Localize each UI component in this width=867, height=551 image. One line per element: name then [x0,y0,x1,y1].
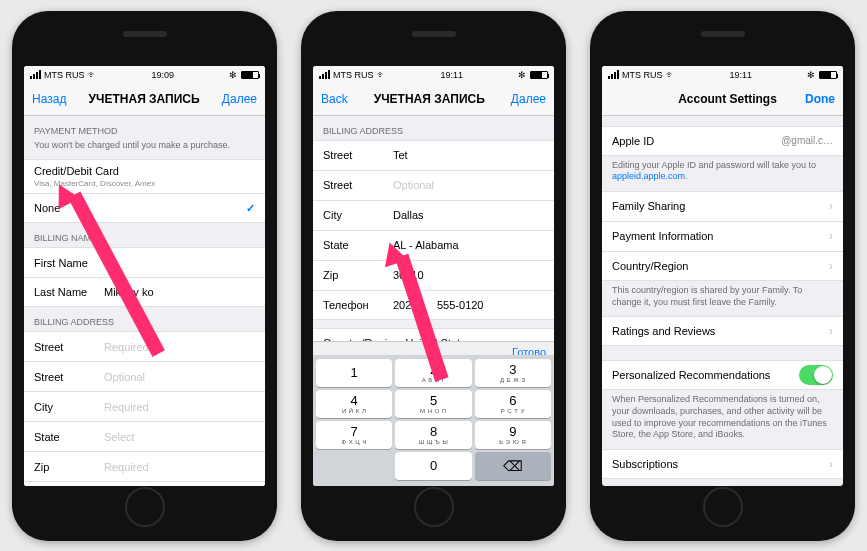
street-row[interactable]: Street Tet [313,140,554,170]
state-field[interactable]: Select [104,431,255,443]
wifi-icon: ᯤ [88,70,97,80]
street2-row[interactable]: Street Optional [313,170,554,200]
state-row[interactable]: State AL - Alabama [313,230,554,260]
chevron-right-icon: › [829,324,833,338]
next-button[interactable]: Далее [222,92,257,106]
city-field[interactable]: Dallas [393,209,544,221]
phone-area-field[interactable]: 202 [393,299,429,311]
key-2[interactable]: 2А Б В Г [395,359,471,387]
chevron-right-icon: › [829,199,833,213]
nav-title: УЧЕТНАЯ ЗАПИСЬ [89,92,200,106]
zip-field[interactable]: Required [104,461,255,473]
personalized-recommendations-row[interactable]: Personalized Recommendations [602,360,843,390]
street2-field[interactable]: Optional [393,179,544,191]
zip-row[interactable]: Zip 36310 [313,260,554,290]
ratings-reviews-row[interactable]: Ratings and Reviews › [602,316,843,346]
last-name-row[interactable]: Last Name Mikhay ko [24,277,265,307]
carrier-label: MTS RUS [622,70,663,80]
clock-label: 19:09 [151,70,174,80]
billing-address-header: BILLING ADDRESS [24,307,265,331]
phone-row[interactable]: Телефон 202 555-0120 [313,290,554,320]
clock-label: 19:11 [729,70,752,80]
apple-id-value: @gmail.c… [781,135,833,146]
phone-frame-1: MTS RUS ᯤ 19:09 ✻ Назад УЧЕТНАЯ ЗАПИСЬ Д… [12,11,277,541]
next-button[interactable]: Далее [511,92,546,106]
status-bar: MTS RUS ᯤ 19:11 ✻ [313,66,554,84]
bluetooth-icon: ✻ [807,70,815,80]
family-sharing-label: Family Sharing [612,200,823,212]
first-name-label: First Name [34,257,104,269]
payment-information-row[interactable]: Payment Information › [602,221,843,251]
state-row[interactable]: State Select [24,421,265,451]
carrier-label: MTS RUS [44,70,85,80]
battery-icon [819,71,837,79]
street-field[interactable]: Tet [393,149,544,161]
battery-icon [530,71,548,79]
street2-row[interactable]: Street Optional [24,361,265,391]
credit-card-option[interactable]: Credit/Debit Card Visa, MasterCard, Disc… [24,159,265,193]
nav-title: Account Settings [678,92,777,106]
appleid-link[interactable]: appleid.apple.com [612,171,685,181]
ratings-reviews-label: Ratings and Reviews [612,325,823,337]
street-row[interactable]: Street Required [24,331,265,361]
bluetooth-icon: ✻ [518,70,526,80]
key-1[interactable]: 1 [316,359,392,387]
back-button[interactable]: Back [321,92,348,106]
state-field[interactable]: AL - Alabama [393,239,544,251]
zip-row[interactable]: Zip Required [24,451,265,481]
city-row[interactable]: City Required [24,391,265,421]
key-backspace[interactable]: ⌫ [475,452,551,480]
billing-name-header: BILLING NAME [24,223,265,247]
signal-icon [319,70,330,79]
screen-1: MTS RUS ᯤ 19:09 ✻ Назад УЧЕТНАЯ ЗАПИСЬ Д… [24,66,265,486]
back-button[interactable]: Назад [32,92,66,106]
family-sharing-row[interactable]: Family Sharing › [602,191,843,221]
zip-field[interactable]: 36310 [393,269,544,281]
numeric-keyboard: 1 2А Б В Г 3Д Е Ж З 4И Й К Л 5М Н О П 6Р… [313,355,554,486]
street2-label: Street [323,179,393,191]
key-3[interactable]: 3Д Е Ж З [475,359,551,387]
last-name-label: Last Name [34,286,104,298]
key-0[interactable]: 0 [395,452,471,480]
street2-label: Street [34,371,104,383]
personalized-recommendations-label: Personalized Recommendations [612,369,799,381]
street-field[interactable]: Required [104,341,255,353]
key-5[interactable]: 5М Н О П [395,390,471,418]
country-region-footer: This country/region is shared by your Fa… [602,281,843,316]
city-row[interactable]: City Dallas [313,200,554,230]
subscriptions-row[interactable]: Subscriptions › [602,449,843,479]
backspace-icon: ⌫ [503,458,523,474]
personalized-recommendations-footer: When Personalized Recommendations is tur… [602,390,843,449]
apple-id-row[interactable]: Apple ID @gmail.c… [602,126,843,156]
screen-2: MTS RUS ᯤ 19:11 ✻ Back УЧЕТНАЯ ЗАПИСЬ Да… [313,66,554,486]
nav-title: УЧЕТНАЯ ЗАПИСЬ [374,92,485,106]
phone-number-field[interactable]: 555-0120 [437,299,544,311]
done-button[interactable]: Done [805,92,835,106]
first-name-row[interactable]: First Name S [24,247,265,277]
city-label: City [34,401,104,413]
street-label: Street [323,149,393,161]
key-8[interactable]: 8Ш Щ Ъ Ы [395,421,471,449]
apple-id-footer: Editing your Apple ID and password will … [602,156,843,191]
key-7[interactable]: 7Ф Х Ц Ч [316,421,392,449]
phone-label: Телефон [323,299,393,311]
none-option[interactable]: None ✓ [24,193,265,223]
country-region-row[interactable]: Country/Region › [602,251,843,281]
wifi-icon: ᯤ [666,70,675,80]
key-6[interactable]: 6Р С Т У [475,390,551,418]
key-9[interactable]: 9Ь Э Ю Я [475,421,551,449]
key-4[interactable]: 4И Й К Л [316,390,392,418]
first-name-field[interactable]: S [104,257,255,269]
street2-field[interactable]: Optional [104,371,255,383]
apple-id-label: Apple ID [612,135,781,147]
phone-frame-3: MTS RUS ᯤ 19:11 ✻ Account Settings Done … [590,11,855,541]
chevron-right-icon: › [829,259,833,273]
personalized-recommendations-toggle[interactable] [799,365,833,385]
street-label: Street [34,341,104,353]
last-name-field[interactable]: Mikhay ko [104,286,255,298]
phone-row[interactable]: Телефон 123 456-7890 [24,481,265,485]
carrier-label: MTS RUS [333,70,374,80]
signal-icon [608,70,619,79]
city-field[interactable]: Required [104,401,255,413]
signal-icon [30,70,41,79]
